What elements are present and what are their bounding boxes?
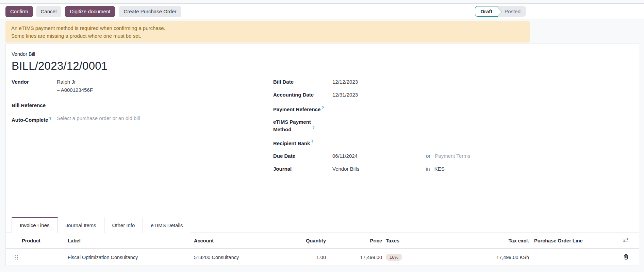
- accounting-date-label: Accounting Date: [273, 91, 332, 99]
- status-posted[interactable]: Posted: [498, 6, 526, 17]
- help-icon[interactable]: ?: [312, 126, 315, 130]
- fields-left-column: Vendor Ralph Jr – A000123456F Bill Refer…: [12, 78, 263, 129]
- column-header-purchase-order-line[interactable]: Purchase Order Line: [529, 238, 611, 243]
- field-bill-reference: Bill Reference: [12, 101, 263, 109]
- auto-complete-label: Auto-Complete?: [12, 114, 57, 124]
- document-number[interactable]: BILL/2023/12/0001: [12, 60, 395, 78]
- confirm-button[interactable]: Confirm: [5, 6, 33, 17]
- drag-handle-icon[interactable]: [12, 254, 22, 260]
- tab-etims-details[interactable]: eTIMS Details: [143, 217, 191, 233]
- payment-reference-label: Payment Reference?: [273, 104, 332, 113]
- cell-taxes[interactable]: 16%: [382, 254, 444, 261]
- cell-account[interactable]: 513200 Consultancy: [194, 255, 260, 260]
- warning-message-lines: Some lines are missing a product where o…: [11, 32, 524, 40]
- vendor-tax-id: – A000123456F: [57, 86, 93, 94]
- cell-quantity[interactable]: 1.00: [260, 255, 326, 260]
- journal-currency[interactable]: KES: [434, 165, 445, 173]
- column-header-quantity[interactable]: Quantity: [260, 238, 326, 243]
- auto-complete-input[interactable]: Select a purchase order or an old bill: [57, 114, 140, 122]
- column-header-price[interactable]: Price: [326, 238, 382, 243]
- warning-banner: An eTIMS payment method is required when…: [5, 21, 530, 42]
- bill-date-label: Bill Date: [273, 78, 332, 86]
- bill-reference-label: Bill Reference: [12, 101, 57, 109]
- status-draft[interactable]: Draft: [475, 6, 498, 17]
- fields-right-column: Bill Date 12/12/2023 Accounting Date 12/…: [273, 78, 630, 178]
- column-header-taxes[interactable]: Taxes: [382, 238, 444, 243]
- cell-price[interactable]: 17,499.00: [326, 255, 382, 260]
- notebook-section: Invoice Lines Journal Items Other Info e…: [6, 217, 639, 266]
- invoice-lines-header-row: Product Label Account Quantity Price Tax…: [6, 233, 639, 249]
- vendor-bill-form: Vendor Bill BILL/2023/12/0001 Vendor Ral…: [5, 44, 639, 266]
- optional-columns-icon[interactable]: [622, 237, 629, 244]
- invoice-line-row[interactable]: Fiscal Optimization Consultancy 513200 C…: [6, 249, 639, 266]
- column-header-tax-excl[interactable]: Tax excl.: [444, 238, 529, 243]
- cancel-button[interactable]: Cancel: [36, 6, 62, 17]
- journal-label: Journal: [273, 165, 332, 173]
- column-header-label[interactable]: Label: [68, 238, 194, 243]
- vendor-name[interactable]: Ralph Jr: [57, 79, 76, 85]
- recipient-bank-label: Recipient Bank?: [273, 138, 332, 147]
- warning-message-etims: An eTIMS payment method is required when…: [11, 24, 524, 32]
- field-auto-complete: Auto-Complete? Select a purchase order o…: [12, 114, 263, 124]
- tab-bar: Invoice Lines Journal Items Other Info e…: [6, 217, 639, 233]
- column-header-account[interactable]: Account: [194, 238, 260, 243]
- column-header-product[interactable]: Product: [22, 238, 68, 243]
- field-vendor: Vendor Ralph Jr – A000123456F: [12, 78, 263, 94]
- help-icon[interactable]: ?: [49, 116, 52, 120]
- cell-tax-excl: 17,499.00 KSh: [444, 255, 529, 260]
- vendor-label: Vendor: [12, 78, 57, 86]
- cell-label[interactable]: Fiscal Optimization Consultancy: [68, 255, 194, 260]
- bill-date-input[interactable]: 12/12/2023: [332, 78, 358, 86]
- help-icon[interactable]: ?: [311, 140, 313, 144]
- accounting-date-input[interactable]: 12/31/2023: [332, 91, 358, 99]
- journal-conjunction: in: [426, 165, 430, 173]
- action-toolbar: Confirm Cancel Digitize document Create …: [0, 4, 644, 19]
- digitize-document-button[interactable]: Digitize document: [65, 6, 115, 17]
- field-bill-date: Bill Date 12/12/2023: [273, 78, 630, 86]
- due-date-conjunction: or: [426, 152, 430, 160]
- field-due-date: Due Date 06/11/2024 or Payment Terms: [273, 152, 630, 160]
- payment-terms-input[interactable]: Payment Terms: [435, 152, 470, 160]
- vendor-value[interactable]: Ralph Jr – A000123456F: [57, 78, 93, 94]
- field-etims-payment-method: eTIMS Payment Method?: [273, 118, 630, 133]
- create-purchase-order-button[interactable]: Create Purchase Order: [119, 6, 181, 17]
- document-header: Vendor Bill BILL/2023/12/0001: [12, 51, 395, 78]
- delete-line-icon[interactable]: [623, 253, 629, 261]
- tab-journal-items[interactable]: Journal Items: [58, 217, 104, 233]
- tab-invoice-lines[interactable]: Invoice Lines: [12, 217, 58, 233]
- due-date-label: Due Date: [273, 152, 332, 160]
- help-icon[interactable]: ?: [321, 106, 324, 110]
- field-recipient-bank: Recipient Bank?: [273, 138, 630, 147]
- due-date-input[interactable]: 06/11/2024: [332, 152, 426, 160]
- tax-badge[interactable]: 16%: [386, 254, 402, 261]
- status-bar: Draft Posted: [475, 6, 526, 17]
- field-journal: Journal Vendor Bills in KES: [273, 165, 630, 173]
- field-accounting-date: Accounting Date 12/31/2023: [273, 91, 630, 99]
- field-payment-reference: Payment Reference?: [273, 104, 630, 113]
- journal-input[interactable]: Vendor Bills: [332, 165, 426, 173]
- tab-other-info[interactable]: Other Info: [104, 217, 143, 233]
- document-type-label: Vendor Bill: [12, 51, 395, 57]
- etims-payment-method-label: eTIMS Payment Method?: [273, 118, 332, 133]
